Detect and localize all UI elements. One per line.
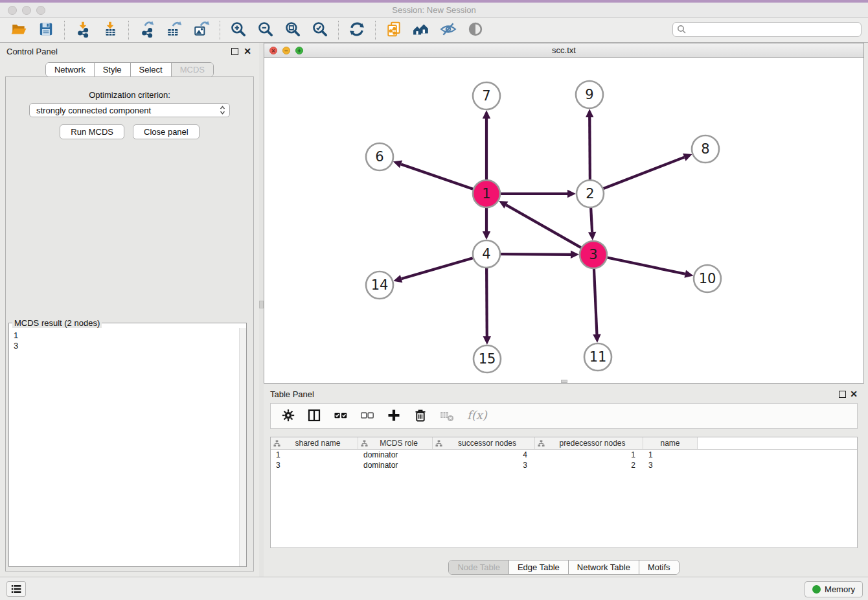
function-builder-icon: f(x) <box>466 408 488 425</box>
graph-node-label-7: 7 <box>482 88 490 104</box>
table-cell[interactable]: 4 <box>433 450 535 460</box>
edge-2-8[interactable] <box>604 157 685 189</box>
tab-style[interactable]: Style <box>94 63 130 76</box>
float-panel-icon[interactable] <box>839 391 846 398</box>
header-filler <box>698 437 857 449</box>
close-panel-button[interactable]: Close panel <box>133 124 200 139</box>
table-cell[interactable]: dominator <box>358 460 433 470</box>
table-toolbar: f(x) <box>270 403 858 429</box>
edge-4-15[interactable] <box>486 268 487 336</box>
export-network-icon <box>139 21 155 40</box>
tab-network[interactable]: Network <box>46 63 94 76</box>
select-all-checkboxes-button[interactable] <box>333 408 348 425</box>
status-menu-button[interactable] <box>6 581 26 597</box>
tab-network-table[interactable]: Network Table <box>568 560 639 574</box>
close-panel-icon[interactable]: ✕ <box>244 46 251 56</box>
export-image-button[interactable] <box>191 20 212 41</box>
edge-3-1[interactable] <box>506 205 580 248</box>
refresh-layout-button[interactable] <box>347 20 367 41</box>
table-body: 1dominator4113dominator323 <box>271 450 857 470</box>
window-resize-handle[interactable] <box>561 380 567 383</box>
zoom-in-button[interactable] <box>228 20 249 41</box>
svg-text:f(x): f(x) <box>467 408 488 422</box>
export-image-icon <box>193 21 210 40</box>
edge-arrowhead <box>483 110 490 119</box>
edge-3-11[interactable] <box>594 269 597 334</box>
criterion-select[interactable]: strongly connected component <box>29 103 230 117</box>
tab-node-table[interactable]: Node Table <box>449 560 508 574</box>
table-row[interactable]: 1dominator411 <box>271 450 857 460</box>
tab-select[interactable]: Select <box>130 63 171 76</box>
edge-4-3[interactable] <box>501 254 571 255</box>
column-header-predecessor-nodes[interactable]: predecessor nodes <box>535 437 643 449</box>
eye-slash-icon <box>440 21 457 40</box>
column-header-shared-name[interactable]: shared name <box>271 437 358 449</box>
mcds-result-box: MCDS result (2 nodes) 13 <box>8 318 247 567</box>
mcds-result-title: MCDS result (2 nodes) <box>12 318 102 328</box>
zoom-selected-button[interactable] <box>310 20 330 41</box>
edge-3-10[interactable] <box>608 258 685 274</box>
column-header-name[interactable]: name <box>643 437 698 449</box>
import-table-icon <box>102 21 119 40</box>
toolbar-separator <box>375 21 376 40</box>
memory-button[interactable]: Memory <box>805 581 863 597</box>
graph-node-label-4: 4 <box>482 246 490 262</box>
zoom-fit-button[interactable] <box>282 20 303 41</box>
tab-mcds[interactable]: MCDS <box>171 63 213 76</box>
deselect-all-checkboxes-button[interactable] <box>360 408 375 425</box>
column-label: MCDS role <box>368 439 429 448</box>
table-cell[interactable]: 3 <box>271 460 358 470</box>
tab-edge-table[interactable]: Edge Table <box>508 560 568 574</box>
divider-grab-handle[interactable] <box>259 301 264 308</box>
toolbar-separator <box>64 21 65 40</box>
table-cell[interactable]: 3 <box>433 460 535 470</box>
result-scrollbar[interactable] <box>239 328 246 566</box>
select-stepper-icon <box>220 105 225 115</box>
table-cell[interactable]: 1 <box>271 450 358 460</box>
houses-button[interactable] <box>411 20 431 41</box>
table-cell[interactable]: 1 <box>535 450 643 460</box>
zoom-out-button[interactable] <box>255 20 276 41</box>
tree-icon <box>435 440 442 447</box>
export-table-button[interactable] <box>164 20 185 41</box>
eye-slash-button[interactable] <box>438 20 459 41</box>
edge-4-14[interactable] <box>402 258 473 279</box>
add-row-button[interactable] <box>386 408 402 425</box>
import-network-button[interactable] <box>73 20 93 41</box>
tree-icon <box>361 440 368 447</box>
edge-2-9[interactable] <box>589 117 590 179</box>
delete-row-button[interactable] <box>413 408 428 425</box>
tree-icon <box>538 440 545 447</box>
tab-motifs[interactable]: Motifs <box>639 560 679 574</box>
float-panel-icon[interactable] <box>231 48 238 55</box>
split-pane-button[interactable] <box>306 408 322 425</box>
network-canvas[interactable]: 7968124314101511 <box>264 58 863 383</box>
column-header-MCDS-role[interactable]: MCDS role <box>358 437 433 449</box>
settings-gear-button[interactable] <box>281 408 295 424</box>
edge-arrowhead <box>586 109 593 117</box>
memory-label: Memory <box>825 584 855 594</box>
column-header-successor-nodes[interactable]: successor nodes <box>433 437 535 449</box>
panel-divider[interactable] <box>259 43 264 577</box>
open-folder-button[interactable] <box>8 20 29 41</box>
toolbar-icon-group <box>5 20 489 41</box>
search-input[interactable] <box>687 25 861 34</box>
mcds-buttons: Run MCDS Close panel <box>6 124 253 139</box>
table-cell[interactable]: 2 <box>535 460 643 470</box>
run-mcds-button[interactable]: Run MCDS <box>60 124 124 139</box>
window-titlebar: Session: New Session <box>0 3 868 18</box>
copy-network-button[interactable] <box>383 20 404 41</box>
edge-1-6[interactable] <box>401 164 473 189</box>
graph-node-label-6: 6 <box>375 149 383 165</box>
control-panel: Control Panel ✕ NetworkStyleSelectMCDS O… <box>0 43 259 577</box>
table-cell[interactable]: dominator <box>358 450 433 460</box>
import-table-button[interactable] <box>100 20 120 41</box>
table-row[interactable]: 3dominator323 <box>271 460 857 470</box>
table-cell[interactable]: 1 <box>643 450 698 460</box>
window-title: Session: New Session <box>0 5 868 15</box>
table-cell[interactable]: 3 <box>643 460 698 470</box>
export-network-button[interactable] <box>137 20 157 41</box>
edge-2-3[interactable] <box>591 208 592 232</box>
close-panel-icon[interactable]: ✕ <box>850 389 858 399</box>
save-button[interactable] <box>36 20 56 41</box>
